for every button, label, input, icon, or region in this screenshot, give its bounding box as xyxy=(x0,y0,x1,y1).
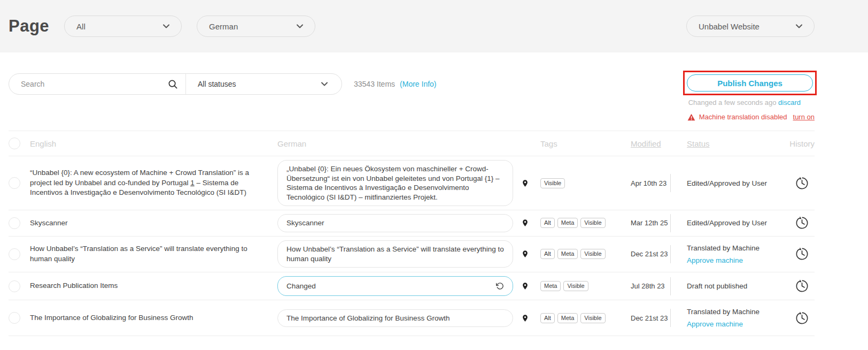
table-row: Skyscanner Skyscanner AltMetaVisible Mar… xyxy=(9,210,815,237)
location-pin-icon[interactable] xyxy=(521,218,529,228)
status-text: Edited/Approved by User xyxy=(687,219,787,227)
site-selector-dropdown[interactable]: Unbabel Website xyxy=(686,16,815,37)
row-checkbox[interactable] xyxy=(9,280,20,292)
collection-filter-dropdown[interactable]: All xyxy=(64,16,182,37)
row-checkbox[interactable] xyxy=(9,217,20,229)
column-header-status[interactable]: Status xyxy=(687,139,710,148)
location-pin-icon[interactable] xyxy=(521,178,529,188)
location-pin-icon[interactable] xyxy=(521,313,529,323)
publish-changes-button[interactable]: Publish Changes xyxy=(687,74,813,92)
approve-machine-link[interactable]: Approve machine xyxy=(687,256,787,264)
table-row: The Importance of Globalizing for Busine… xyxy=(9,300,815,336)
history-clock-icon xyxy=(795,216,809,230)
collection-filter-value: All xyxy=(76,22,86,31)
location-pin-icon[interactable] xyxy=(521,249,529,259)
status-text: Translated by Machine xyxy=(687,244,787,252)
undo-icon[interactable] xyxy=(496,282,504,290)
search-and-status-bar: All statuses xyxy=(9,73,342,95)
chevron-down-icon xyxy=(321,82,328,86)
history-button[interactable] xyxy=(795,216,809,230)
turn-on-link[interactable]: turn on xyxy=(793,113,815,121)
annotation-highlight-box: Publish Changes xyxy=(683,71,817,95)
tag-badge: Visible xyxy=(540,178,565,188)
status-text: Draft not published xyxy=(687,282,787,290)
modified-date: Mar 12th 25 xyxy=(631,210,687,236)
footnote-link[interactable]: 1 xyxy=(190,179,195,187)
english-source-text: Skyscanner xyxy=(30,211,277,236)
history-button[interactable] xyxy=(795,176,809,191)
tag-badge: Visible xyxy=(580,249,605,259)
history-clock-icon xyxy=(795,279,809,293)
english-source-text: How Unbabel’s “Translation as a Service”… xyxy=(30,237,277,271)
location-pin-icon[interactable] xyxy=(521,281,529,291)
tag-badge: Visible xyxy=(563,281,588,291)
history-button[interactable] xyxy=(795,279,809,293)
more-info-link[interactable]: (More Info) xyxy=(400,80,436,88)
german-translation-box[interactable]: The Importance of Globalizing for Busine… xyxy=(277,309,513,328)
tag-badge: Meta xyxy=(557,218,578,228)
column-header-german: German xyxy=(277,139,521,148)
table-row: Research Publication Items Changed MetaV… xyxy=(9,272,815,301)
column-header-history: History xyxy=(789,139,815,148)
column-header-modified[interactable]: Modified xyxy=(631,139,661,148)
history-clock-icon xyxy=(795,311,809,325)
table-row: How Unbabel’s “Translation as a Service”… xyxy=(9,237,815,272)
status-filter-dropdown[interactable]: All statuses xyxy=(186,74,342,94)
history-button[interactable] xyxy=(795,311,809,325)
chevron-down-icon xyxy=(796,24,802,28)
german-translation-box[interactable]: How Unbabel’s “Translation as a Service”… xyxy=(277,240,513,268)
modified-date: Dec 21st 23 xyxy=(631,300,687,336)
modified-date: Dec 21st 23 xyxy=(631,237,687,272)
tag-badge: Meta xyxy=(557,313,578,323)
discard-link[interactable]: discard xyxy=(778,98,801,106)
german-translation-box[interactable]: Skyscanner xyxy=(277,214,513,232)
toolbar: All statuses 33543 Items (More Info) Pub… xyxy=(0,52,868,121)
machine-translation-warning: Machine translation disabled xyxy=(699,113,787,121)
language-filter-dropdown[interactable]: German xyxy=(197,16,315,37)
history-clock-icon xyxy=(795,176,809,191)
modified-date: Apr 10th 23 xyxy=(631,156,687,210)
german-translation-box-changed[interactable]: Changed xyxy=(277,276,513,296)
search-icon[interactable] xyxy=(168,79,178,89)
tag-badge: Alt xyxy=(540,249,555,259)
chevron-down-icon xyxy=(163,24,169,28)
tag-badge: Visible xyxy=(580,313,605,323)
select-all-checkbox[interactable] xyxy=(9,138,20,149)
german-translation-box[interactable]: „Unbabel {0}: Ein neues Ökosystem von ma… xyxy=(277,160,513,206)
status-text: Edited/Approved by User xyxy=(687,179,787,187)
items-count: 33543 Items xyxy=(354,80,395,88)
top-bar: Page All German Unbabel Website xyxy=(0,0,868,52)
tag-badge: Visible xyxy=(580,218,605,228)
search-input[interactable] xyxy=(21,80,168,88)
tag-badge: Alt xyxy=(540,313,555,323)
tag-badge: Meta xyxy=(557,249,578,259)
changed-value: Changed xyxy=(286,281,316,291)
column-header-tags: Tags xyxy=(540,139,631,148)
modified-date: Jul 28th 23 xyxy=(631,272,687,300)
history-clock-icon xyxy=(795,247,809,261)
tag-badge: Alt xyxy=(540,218,555,228)
status-text: Translated by Machine xyxy=(687,308,787,316)
table-header-row: English German Tags Modified Status Hist… xyxy=(9,131,815,156)
language-filter-value: German xyxy=(209,22,238,31)
row-checkbox[interactable] xyxy=(9,312,20,324)
changed-timestamp: Changed a few seconds ago xyxy=(688,98,777,106)
chevron-down-icon xyxy=(297,24,303,28)
history-button[interactable] xyxy=(795,247,809,261)
page-title: Page xyxy=(9,17,49,36)
row-checkbox[interactable] xyxy=(9,248,20,260)
tag-badge: Meta xyxy=(540,281,561,291)
english-source-text: “Unbabel {0}: A new ecosystem of Machine… xyxy=(30,161,277,206)
english-source-text: Research Publication Items xyxy=(30,273,277,299)
site-selector-value: Unbabel Website xyxy=(699,22,759,31)
translations-table: English German Tags Modified Status Hist… xyxy=(9,131,815,336)
approve-machine-link[interactable]: Approve machine xyxy=(687,320,787,328)
warning-icon xyxy=(687,113,695,121)
column-header-english: English xyxy=(30,139,277,148)
table-row: “Unbabel {0}: A new ecosystem of Machine… xyxy=(9,156,815,210)
english-source-text: The Importance of Globalizing for Busine… xyxy=(30,306,277,331)
row-checkbox[interactable] xyxy=(9,177,20,189)
status-filter-value: All statuses xyxy=(198,80,236,88)
